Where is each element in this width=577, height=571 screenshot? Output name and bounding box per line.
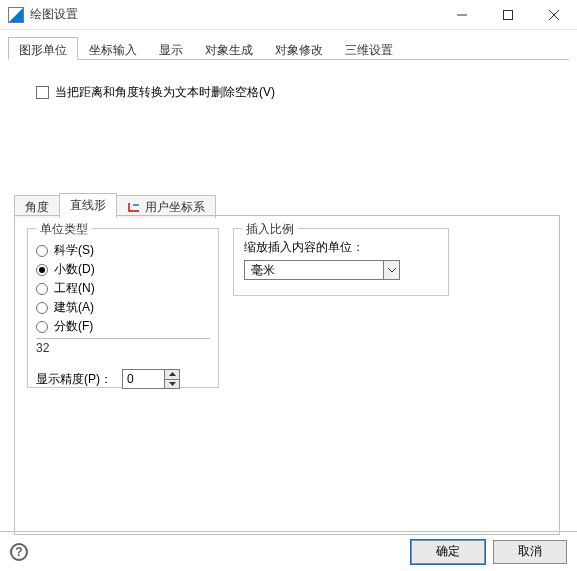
tab-object-create[interactable]: 对象生成	[194, 37, 264, 60]
radio-architectural-row[interactable]: 建筑(A)	[36, 298, 218, 317]
radio-decimal-row[interactable]: 小数(D)	[36, 260, 218, 279]
precision-row: 显示精度(P)：	[36, 369, 218, 389]
radio-label: 分数(F)	[54, 318, 93, 335]
maximize-icon	[503, 10, 513, 20]
cancel-button[interactable]: 取消	[493, 540, 567, 564]
close-icon	[549, 10, 559, 20]
precision-input[interactable]	[122, 369, 164, 389]
insert-scale-label: 缩放插入内容的单位：	[244, 239, 448, 256]
insert-scale-group: 插入比例 缩放插入内容的单位： 毫米	[233, 228, 449, 296]
insert-unit-dropdown-button[interactable]	[383, 261, 399, 279]
remove-spaces-row: 当把距离和角度转换为文本时删除空格(V)	[36, 84, 569, 101]
unit-type-group: 单位类型 科学(S) 小数(D) 工程(N) 建筑(A) 分数(F) 32 显示…	[27, 228, 219, 388]
insert-unit-select[interactable]: 毫米	[244, 260, 400, 280]
unit-divider	[36, 338, 210, 339]
ok-label: 确定	[436, 543, 460, 560]
help-icon: ?	[15, 545, 22, 559]
tab-display[interactable]: 显示	[148, 37, 194, 60]
radio-scientific-row[interactable]: 科学(S)	[36, 241, 218, 260]
tab-label: 坐标输入	[89, 43, 137, 57]
precision-step-down[interactable]	[164, 380, 180, 390]
main-tab-strip: 图形单位 坐标输入 显示 对象生成 对象修改 三维设置	[8, 36, 569, 60]
tab-label: 对象修改	[275, 43, 323, 57]
tab-object-modify[interactable]: 对象修改	[264, 37, 334, 60]
remove-spaces-checkbox[interactable]	[36, 86, 49, 99]
chevron-up-icon	[169, 372, 176, 376]
client-area: 图形单位 坐标输入 显示 对象生成 对象修改 三维设置 当把距离和角度转换为文本…	[0, 30, 577, 531]
tab-label: 图形单位	[19, 43, 67, 57]
precision-spinner[interactable]	[122, 369, 180, 389]
maximize-button[interactable]	[485, 0, 531, 30]
tab-label: 三维设置	[345, 43, 393, 57]
tab-3d-settings[interactable]: 三维设置	[334, 37, 404, 60]
radio-label: 科学(S)	[54, 242, 94, 259]
radio-fractional-row[interactable]: 分数(F)	[36, 317, 218, 336]
radio-engineering-row[interactable]: 工程(N)	[36, 279, 218, 298]
help-button[interactable]: ?	[10, 543, 28, 561]
sub-tab-panel: 单位类型 科学(S) 小数(D) 工程(N) 建筑(A) 分数(F) 32 显示…	[14, 215, 560, 535]
radio-fractional[interactable]	[36, 321, 48, 333]
radio-engineering[interactable]	[36, 283, 48, 295]
minimize-icon	[457, 10, 467, 20]
subtab-label: 直线形	[70, 197, 106, 214]
radio-architectural[interactable]	[36, 302, 48, 314]
unit-type-radios: 科学(S) 小数(D) 工程(N) 建筑(A) 分数(F)	[36, 241, 218, 336]
svg-marker-5	[169, 382, 176, 386]
sub-tab-strip: 角度 直线形 用户坐标系	[14, 193, 216, 216]
radio-label: 建筑(A)	[54, 299, 94, 316]
subtab-label: 用户坐标系	[145, 199, 205, 216]
title-bar: 绘图设置	[0, 0, 577, 30]
subtab-label: 角度	[25, 199, 49, 216]
insert-scale-legend: 插入比例	[242, 221, 298, 238]
chevron-down-icon	[169, 382, 176, 386]
bottom-bar: ? 确定 取消	[0, 531, 577, 571]
unit-readout: 32	[36, 341, 218, 355]
tab-drawing-units[interactable]: 图形单位	[8, 37, 78, 60]
minimize-button[interactable]	[439, 0, 485, 30]
radio-scientific[interactable]	[36, 245, 48, 257]
unit-type-legend: 单位类型	[36, 221, 92, 238]
radio-decimal[interactable]	[36, 264, 48, 276]
remove-spaces-label: 当把距离和角度转换为文本时删除空格(V)	[55, 84, 275, 101]
radio-label: 小数(D)	[54, 261, 95, 278]
subtab-linear[interactable]: 直线形	[59, 193, 117, 216]
svg-marker-4	[169, 372, 176, 376]
svg-rect-1	[504, 10, 513, 19]
precision-step-up[interactable]	[164, 369, 180, 380]
ok-button[interactable]: 确定	[411, 540, 485, 564]
insert-unit-selected: 毫米	[245, 262, 383, 279]
radio-label: 工程(N)	[54, 280, 95, 297]
tab-label: 显示	[159, 43, 183, 57]
window-title: 绘图设置	[30, 6, 78, 23]
tab-coord-input[interactable]: 坐标输入	[78, 37, 148, 60]
app-icon	[8, 7, 24, 23]
tab-label: 对象生成	[205, 43, 253, 57]
chevron-down-icon	[388, 268, 396, 273]
close-button[interactable]	[531, 0, 577, 30]
precision-label: 显示精度(P)：	[36, 371, 112, 388]
cancel-label: 取消	[518, 543, 542, 560]
ucs-icon	[127, 201, 141, 213]
